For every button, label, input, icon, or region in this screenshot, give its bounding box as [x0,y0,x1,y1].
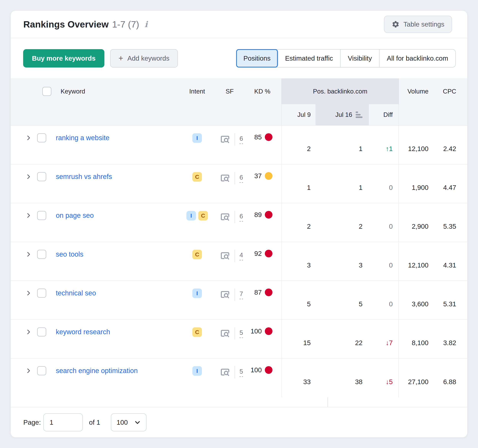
intent-badges: C [180,242,214,259]
col-intent[interactable]: Intent [180,78,214,104]
row-checkbox[interactable] [37,133,46,142]
page-number-input[interactable] [44,413,83,431]
sf-count[interactable]: 5 [239,329,243,338]
sf-count[interactable]: 5 [239,368,243,377]
plus-icon: + [119,54,123,62]
intent-badge-c[interactable]: C [192,250,202,259]
serp-features-icon[interactable] [220,173,230,183]
kd-difficulty-dot [265,250,272,257]
info-icon[interactable]: i [145,20,148,29]
keyword-link[interactable]: on page seo [56,211,94,220]
serp-features-icon[interactable] [220,328,230,338]
sf-count[interactable]: 6 [239,213,243,222]
sf-divider [235,172,235,184]
sf-divider [235,366,235,379]
position-jul16: 1 [315,164,369,203]
row-checkbox[interactable] [37,289,46,298]
kd-value: 100 [251,366,262,374]
keyword-link[interactable]: semrush vs ahrefs [56,173,112,181]
col-group-positions[interactable]: Pos. backlinko.com [282,78,399,104]
cpc-value: 4.31 [433,242,467,280]
col-cpc[interactable]: CPC [433,78,467,104]
expand-row-icon[interactable] [25,367,32,374]
sf-divider [235,133,235,145]
col-keyword[interactable]: Keyword [61,88,85,95]
cpc-value: 3.82 [433,320,467,358]
intent-badge-i[interactable]: I [192,289,202,298]
sf-count[interactable]: 7 [239,290,243,299]
sort-icon [356,112,363,118]
serp-features-icon[interactable] [220,251,230,261]
row-checkbox[interactable] [37,172,46,181]
expand-row-icon[interactable] [25,173,32,180]
expand-row-icon[interactable] [25,251,32,258]
position-jul16: 1 [315,126,369,164]
tab-estimated-traffic[interactable]: Estimated traffic [278,50,340,67]
expand-row-icon[interactable] [25,212,32,219]
table-row: keyword research C 5 100 15 22 ↓7 8,100 … [11,320,467,359]
tab-positions[interactable]: Positions [236,49,278,68]
expand-row-icon[interactable] [25,134,32,141]
intent-badge-c[interactable]: C [198,211,208,221]
kd-value: 92 [254,250,262,257]
keyword-link[interactable]: technical seo [56,289,96,297]
buy-more-keywords-button[interactable]: Buy more keywords [23,49,104,68]
cpc-value: 5.31 [433,281,467,319]
kd-difficulty-dot [265,289,272,296]
intent-badge-i[interactable]: I [192,366,202,376]
row-checkbox[interactable] [37,250,46,259]
per-page-value: 100 [117,419,128,426]
sf-count[interactable]: 4 [239,252,243,260]
serp-features-icon[interactable] [220,134,230,144]
col-sf[interactable]: SF [214,78,245,104]
table-settings-button[interactable]: Table settings [384,16,452,33]
col-kd[interactable]: KD % [245,78,282,104]
table-bottom-strip [11,397,467,407]
serp-features-icon[interactable] [220,212,230,222]
row-checkbox[interactable] [37,366,46,375]
position-jul9: 15 [282,320,315,358]
row-checkbox[interactable] [37,327,46,336]
table-row: technical seo I 7 87 5 5 0 3,600 5.31 [11,281,467,320]
keyword-link[interactable]: keyword research [56,328,110,336]
pagination-bar: Page: of 1 100 [11,407,467,437]
intent-badge-c[interactable]: C [192,327,202,337]
position-jul16: 5 [315,281,369,319]
column-divider-tick [327,397,328,407]
tab-visibility[interactable]: Visibility [340,50,379,67]
select-all-checkbox[interactable] [42,87,51,96]
serp-features-icon[interactable] [220,290,230,300]
col-jul16[interactable]: Jul 16 [315,104,369,125]
intent-badge-i[interactable]: I [186,211,196,221]
sf-divider [235,211,235,223]
position-jul9: 33 [282,359,315,397]
sf-count[interactable]: 6 [239,174,243,183]
diff-value: ↓5 [369,359,399,397]
kd-difficulty-dot [265,327,272,335]
result-range: 1-7 (7) [112,19,139,30]
keyword-link[interactable]: search engine optimization [56,367,138,375]
row-checkbox[interactable] [37,211,46,220]
keyword-link[interactable]: ranking a website [56,134,109,142]
col-diff[interactable]: Diff [369,104,399,125]
tab-all-for-backlinko-com[interactable]: All for backlinko.com [379,50,455,67]
intent-badge-c[interactable]: C [192,172,202,182]
keyword-link[interactable]: seo tools [56,250,83,258]
diff-value: ↓7 [369,320,399,358]
intent-badge-i[interactable]: I [192,133,202,143]
col-volume[interactable]: Volume [399,78,433,104]
toolbar: Buy more keywords + Add keywords Positio… [11,38,467,78]
cpc-value: 5.35 [433,203,467,242]
position-jul9: 3 [282,242,315,280]
table-header: Keyword Intent SF KD % Pos. backlinko.co… [11,78,467,126]
add-keywords-button[interactable]: + Add keywords [110,49,178,68]
sf-divider [235,250,235,262]
kd-difficulty-dot [265,133,272,141]
expand-row-icon[interactable] [25,328,32,335]
intent-badges: I [180,126,214,143]
expand-row-icon[interactable] [25,290,32,297]
serp-features-icon[interactable] [220,367,230,377]
sf-count[interactable]: 6 [239,135,243,144]
col-jul9[interactable]: Jul 9 [282,104,315,125]
per-page-select[interactable]: 100 [111,413,146,431]
